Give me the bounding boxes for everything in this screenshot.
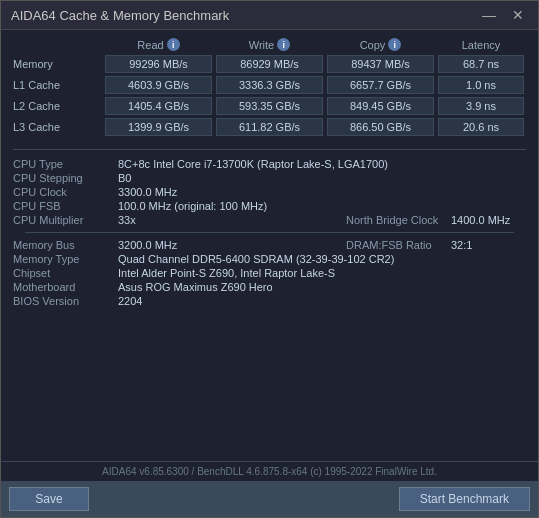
read-info-icon[interactable]: i [167,38,180,51]
cpu-fsb-label: CPU FSB [13,200,118,212]
cpu-type-row: CPU Type 8C+8c Intel Core i7-13700K (Rap… [13,158,526,170]
dram-fsb-label: DRAM:FSB Ratio [346,239,451,251]
close-button[interactable]: ✕ [508,7,528,23]
motherboard-label: Motherboard [13,281,118,293]
row-label: L3 Cache [13,121,103,133]
write-cell: 593.35 GB/s [216,97,323,115]
memory-type-label: Memory Type [13,253,118,265]
copy-cell: 866.50 GB/s [327,118,434,136]
latency-cell: 3.9 ns [438,97,524,115]
memory-type-row: Memory Type Quad Channel DDR5-6400 SDRAM… [13,253,526,265]
latency-cell: 1.0 ns [438,76,524,94]
main-window: AIDA64 Cache & Memory Benchmark — ✕ Read… [0,0,539,518]
cpu-multiplier-label: CPU Multiplier [13,214,118,226]
table-row: Memory 99296 MB/s 86929 MB/s 89437 MB/s … [13,55,526,73]
table-rows: Memory 99296 MB/s 86929 MB/s 89437 MB/s … [13,55,526,136]
read-cell: 99296 MB/s [105,55,212,73]
cpu-type-value: 8C+8c Intel Core i7-13700K (Raptor Lake-… [118,158,388,170]
read-cell: 1399.9 GB/s [105,118,212,136]
cpu-stepping-row: CPU Stepping B0 [13,172,526,184]
bios-value: 2204 [118,295,142,307]
copy-cell: 849.45 GB/s [327,97,434,115]
cpu-stepping-value: B0 [118,172,131,184]
copy-info-icon[interactable]: i [388,38,401,51]
cpu-clock-row: CPU Clock 3300.0 MHz [13,186,526,198]
row-label: L2 Cache [13,100,103,112]
table-row: L3 Cache 1399.9 GB/s 611.82 GB/s 866.50 … [13,118,526,136]
north-bridge-label: North Bridge Clock [346,214,451,226]
bios-row: BIOS Version 2204 [13,295,526,307]
header-write: Write i [214,38,325,51]
bios-label: BIOS Version [13,295,118,307]
footer-text: AIDA64 v6.85.6300 / BenchDLL 4.6.875.8-x… [1,461,538,481]
row-label: Memory [13,58,103,70]
north-bridge-value: 1400.0 MHz [451,214,510,226]
cpu-fsb-value: 100.0 MHz (original: 100 MHz) [118,200,267,212]
cpu-fsb-row: CPU FSB 100.0 MHz (original: 100 MHz) [13,200,526,212]
header-read: Read i [103,38,214,51]
table-header: Read i Write i Copy i Latency [13,38,526,51]
cpu-clock-value: 3300.0 MHz [118,186,177,198]
minimize-button[interactable]: — [478,7,500,23]
benchmark-table: Read i Write i Copy i Latency Memory 992… [1,30,538,143]
save-button[interactable]: Save [9,487,89,511]
write-cell: 3336.3 GB/s [216,76,323,94]
memory-bus-label: Memory Bus [13,239,118,251]
motherboard-value: Asus ROG Maximus Z690 Hero [118,281,273,293]
chipset-label: Chipset [13,267,118,279]
write-info-icon[interactable]: i [277,38,290,51]
latency-cell: 20.6 ns [438,118,524,136]
start-benchmark-button[interactable]: Start Benchmark [399,487,530,511]
copy-cell: 6657.7 GB/s [327,76,434,94]
latency-cell: 68.7 ns [438,55,524,73]
header-latency: Latency [436,38,526,51]
window-controls: — ✕ [478,7,528,23]
cpu-type-label: CPU Type [13,158,118,170]
button-bar: Save Start Benchmark [1,481,538,517]
memory-bus-value: 3200.0 MHz [118,239,177,251]
read-cell: 1405.4 GB/s [105,97,212,115]
write-cell: 611.82 GB/s [216,118,323,136]
header-empty [13,38,103,51]
memory-type-value: Quad Channel DDR5-6400 SDRAM (32-39-39-1… [118,253,394,265]
cpu-multiplier-row: CPU Multiplier 33x North Bridge Clock 14… [13,214,526,226]
chipset-row: Chipset Intel Alder Point-S Z690, Intel … [13,267,526,279]
motherboard-row: Motherboard Asus ROG Maximus Z690 Hero [13,281,526,293]
write-cell: 86929 MB/s [216,55,323,73]
divider-2 [25,232,514,233]
window-title: AIDA64 Cache & Memory Benchmark [11,8,229,23]
cpu-clock-label: CPU Clock [13,186,118,198]
row-label: L1 Cache [13,79,103,91]
info-section: CPU Type 8C+8c Intel Core i7-13700K (Rap… [1,156,538,311]
content-area: Read i Write i Copy i Latency Memory 992… [1,30,538,517]
dram-fsb-value: 32:1 [451,239,472,251]
chipset-value: Intel Alder Point-S Z690, Intel Raptor L… [118,267,335,279]
memory-bus-row: Memory Bus 3200.0 MHz DRAM:FSB Ratio 32:… [13,239,526,251]
read-cell: 4603.9 GB/s [105,76,212,94]
cpu-multiplier-value: 33x [118,214,136,226]
divider-1 [13,149,526,150]
header-copy: Copy i [325,38,436,51]
title-bar: AIDA64 Cache & Memory Benchmark — ✕ [1,1,538,30]
table-row: L2 Cache 1405.4 GB/s 593.35 GB/s 849.45 … [13,97,526,115]
copy-cell: 89437 MB/s [327,55,434,73]
cpu-stepping-label: CPU Stepping [13,172,118,184]
table-row: L1 Cache 4603.9 GB/s 3336.3 GB/s 6657.7 … [13,76,526,94]
